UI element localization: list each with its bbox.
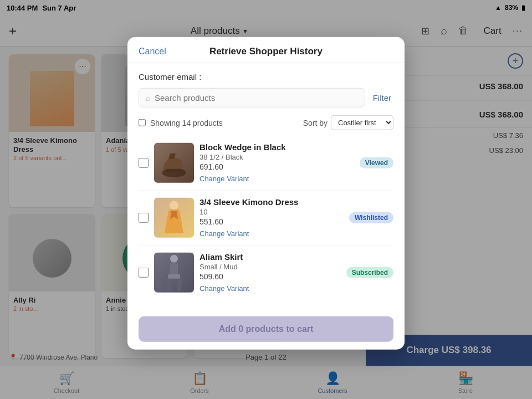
- product-name-2: 3/4 Sleeve Kimono Dress: [200, 197, 344, 207]
- svg-rect-5: [168, 274, 180, 279]
- product-info-1: Block Wedge in Black 38 1/2 / Black 691.…: [200, 142, 354, 183]
- change-variant-link-3[interactable]: Change Variant: [200, 284, 249, 293]
- product-badge-subscribed: Subscribed: [346, 267, 393, 278]
- select-all-checkbox[interactable]: [139, 119, 146, 126]
- cancel-button[interactable]: Cancel: [139, 47, 166, 57]
- product-thumbnail-3: [154, 253, 194, 293]
- add-to-cart-button[interactable]: Add 0 products to cart: [139, 316, 393, 342]
- modal-header: Cancel Retrieve Shopper History: [127, 37, 405, 63]
- svg-rect-4: [170, 263, 178, 274]
- change-variant-link-2[interactable]: Change Variant: [200, 229, 249, 238]
- product-info-3: Aliam Skirt Small / Mud 509.60 Change Va…: [200, 252, 341, 293]
- showing-text: Showing 14 products: [150, 118, 223, 127]
- filter-button[interactable]: Filter: [371, 91, 393, 105]
- search-input-wrap: ⌕: [139, 88, 365, 108]
- product-checkbox-2[interactable]: [139, 213, 149, 223]
- sort-select[interactable]: Costlier first Cheaper first Newest firs…: [331, 115, 393, 130]
- showing-row: Showing 14 products: [139, 118, 223, 127]
- search-row: ⌕ Filter: [139, 88, 393, 108]
- product-info-2: 3/4 Sleeve Kimono Dress 10 551.60 Change…: [200, 197, 344, 238]
- product-list-item: Block Wedge in Black 38 1/2 / Black 691.…: [139, 136, 393, 191]
- search-input[interactable]: [155, 93, 358, 103]
- product-checkbox-3[interactable]: [139, 268, 149, 278]
- search-icon: ⌕: [146, 93, 150, 102]
- product-badge-wishlisted: Wishlisted: [349, 212, 393, 223]
- product-checkbox-1[interactable]: [139, 158, 149, 168]
- change-variant-link-1[interactable]: Change Variant: [200, 175, 249, 183]
- product-list: Block Wedge in Black 38 1/2 / Black 691.…: [139, 136, 393, 300]
- product-price-3: 509.60: [200, 272, 341, 281]
- svg-rect-1: [166, 168, 182, 172]
- customer-email-label: Customer email :: [139, 72, 393, 81]
- product-name-3: Aliam Skirt: [200, 252, 341, 262]
- product-variant-2: 10: [200, 208, 344, 216]
- product-badge-viewed: Viewed: [360, 157, 393, 168]
- product-list-item: 3/4 Sleeve Kimono Dress 10 551.60 Change…: [139, 191, 393, 245]
- product-list-item: Aliam Skirt Small / Mud 509.60 Change Va…: [139, 245, 393, 300]
- retrieve-shopper-history-modal: Cancel Retrieve Shopper History Customer…: [127, 37, 405, 350]
- svg-point-3: [170, 255, 178, 263]
- product-variant-3: Small / Mud: [200, 263, 341, 271]
- products-header: Showing 14 products Sort by Costlier fir…: [139, 115, 393, 130]
- product-price-1: 691.60: [200, 162, 354, 171]
- modal-body: Customer email : ⌕ Filter Showing 14 pro…: [127, 63, 405, 309]
- product-price-2: 551.60: [200, 217, 344, 226]
- modal-title: Retrieve Shopper History: [166, 46, 366, 57]
- product-thumbnail-2: [154, 198, 194, 238]
- product-variant-1: 38 1/2 / Black: [200, 153, 354, 161]
- sort-row: Sort by Costlier first Cheaper first New…: [303, 115, 393, 130]
- sort-by-label: Sort by: [303, 118, 328, 127]
- product-thumbnail-1: [154, 143, 194, 183]
- svg-point-2: [170, 201, 178, 209]
- product-name-1: Block Wedge in Black: [200, 142, 354, 152]
